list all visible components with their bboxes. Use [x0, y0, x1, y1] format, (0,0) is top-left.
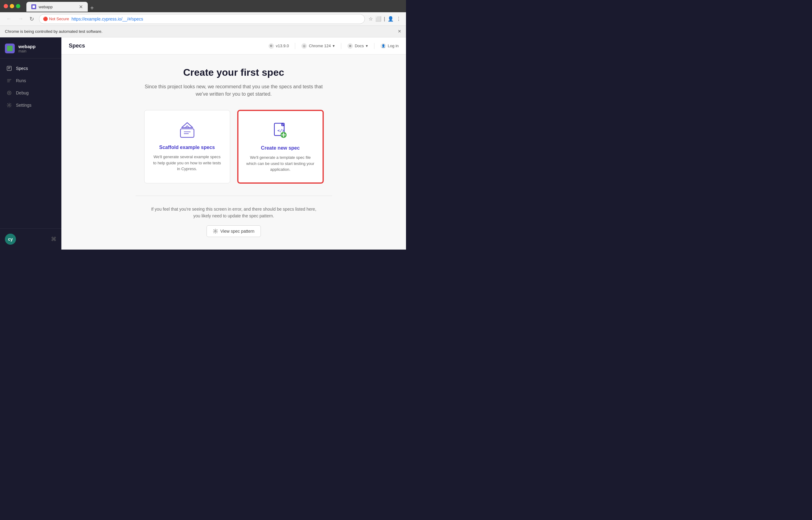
app-icon-inner [7, 46, 13, 51]
docs-chevron-icon: ▾ [366, 44, 368, 48]
error-text: If you feel that you're seeing this scre… [151, 206, 316, 219]
version-icon: ⚙ [269, 43, 274, 49]
sidebar-footer: cy ⌘ [0, 228, 61, 250]
browser-chrome: webapp ✕ + ← → ↻ 🔴 Not Secure https://ex… [0, 0, 406, 37]
version-label: v13.9.0 [276, 44, 289, 48]
svg-rect-2 [8, 68, 10, 69]
back-button[interactable]: ← [5, 15, 13, 23]
page-subheading: Since this project looks new, we recomme… [145, 83, 323, 98]
app-layout: webapp main Specs [0, 37, 406, 250]
maximize-button[interactable] [16, 4, 20, 8]
tab-favicon [31, 4, 36, 9]
new-spec-card-title: Create new spec [261, 145, 299, 151]
app-info: webapp main [18, 44, 35, 53]
svg-rect-1 [8, 67, 10, 68]
app-name: webapp [18, 44, 35, 49]
browser-icon: ◎ [301, 43, 307, 49]
tab-bar: webapp ✕ + [23, 1, 100, 12]
specs-icon [6, 65, 12, 72]
forward-button[interactable]: → [17, 15, 25, 23]
scaffold-card-title: Scaffold example specs [159, 145, 215, 150]
main-content: Specs ⚙ v13.9.0 ◎ Chrome 124 ▾ ⊕ Docs ▾ [61, 37, 406, 250]
sidebar-item-settings[interactable]: Settings [0, 99, 61, 111]
scaffold-card-description: We'll generate several example specs to … [152, 154, 222, 172]
cypress-logo[interactable]: cy [5, 234, 16, 245]
sidebar-header: webapp main [0, 37, 61, 58]
sidebar-runs-label: Runs [16, 78, 26, 83]
login-action[interactable]: 👤 Log in [380, 43, 399, 49]
minimize-button[interactable] [10, 4, 14, 8]
login-label: Log in [388, 44, 399, 48]
address-bar: ← → ↻ 🔴 Not Secure https://example.cypre… [0, 12, 406, 26]
view-spec-pattern-button[interactable]: View spec pattern [206, 225, 261, 237]
traffic-lights [4, 4, 20, 8]
sidebar-settings-label: Settings [16, 103, 32, 108]
svg-rect-9 [180, 129, 194, 137]
divider-3 [374, 43, 374, 49]
sidebar-item-debug[interactable]: Debug [0, 87, 61, 99]
scaffold-card[interactable]: Scaffold example specs We'll generate se… [144, 110, 230, 183]
new-spec-card-description: We'll generate a template spec file whic… [246, 155, 315, 173]
svg-point-18 [215, 231, 216, 232]
content-header: Specs ⚙ v13.9.0 ◎ Chrome 124 ▾ ⊕ Docs ▾ [61, 37, 406, 55]
app-branch: main [18, 49, 35, 53]
not-secure-indicator: 🔴 Not Secure [43, 17, 69, 21]
browser-label: Chrome 124 [309, 44, 331, 48]
sidebar-nav: Specs Runs [0, 58, 61, 228]
scaffold-card-icon [177, 120, 197, 140]
svg-point-6 [7, 91, 11, 95]
url-text: https://example.cypress.io/__/#/specs [72, 17, 143, 22]
lock-icon: 🔴 [43, 17, 48, 21]
bar-icons: ☆ ⬜ | 👤 ⋮ [369, 16, 401, 22]
new-spec-card-icon: </> [271, 121, 290, 140]
page-content: Create your first spec Since this projec… [61, 55, 406, 250]
new-tab-button[interactable]: + [88, 5, 96, 12]
gear-icon [213, 229, 218, 234]
page-title: Specs [69, 43, 85, 49]
divider-icon: | [384, 16, 385, 22]
sidebar-debug-label: Debug [16, 90, 28, 95]
page-heading: Create your first spec [183, 67, 284, 78]
banner-close-button[interactable]: × [398, 28, 401, 35]
docs-action[interactable]: ⊕ Docs ▾ [347, 43, 368, 49]
sidebar-item-specs[interactable]: Specs [0, 62, 61, 75]
profile-icon[interactable]: 👤 [388, 16, 394, 22]
error-section: If you feel that you're seeing this scre… [151, 206, 316, 237]
browser-action[interactable]: ◎ Chrome 124 ▾ [301, 43, 335, 49]
svg-point-7 [8, 92, 10, 94]
browser-tab[interactable]: webapp ✕ [26, 2, 88, 12]
banner-message: Chrome is being controlled by automated … [5, 29, 102, 34]
browser-chevron-icon: ▾ [333, 44, 335, 48]
not-secure-label: Not Secure [49, 17, 69, 21]
docs-icon: ⊕ [347, 43, 353, 49]
content-divider [136, 196, 332, 196]
title-bar: webapp ✕ + [0, 0, 406, 12]
debug-icon [6, 90, 12, 96]
sidebar-item-runs[interactable]: Runs [0, 75, 61, 87]
docs-label: Docs [355, 44, 364, 48]
keyboard-shortcut-icon[interactable]: ⌘ [51, 236, 56, 242]
extension-icon[interactable]: ⬜ [375, 16, 382, 22]
create-new-spec-card[interactable]: </> Create new spec We'll generate a tem… [238, 110, 323, 183]
settings-icon [6, 102, 12, 108]
divider-1 [295, 43, 295, 49]
bookmark-icon[interactable]: ☆ [369, 16, 373, 22]
app-icon [5, 44, 15, 53]
login-icon: 👤 [380, 43, 386, 49]
refresh-button[interactable]: ↻ [28, 15, 35, 24]
divider-2 [341, 43, 341, 49]
tab-close-button[interactable]: ✕ [79, 4, 83, 10]
header-actions: ⚙ v13.9.0 ◎ Chrome 124 ▾ ⊕ Docs ▾ 👤 [269, 43, 399, 49]
runs-icon [6, 78, 12, 84]
view-spec-pattern-label: View spec pattern [220, 229, 254, 234]
sidebar: webapp main Specs [0, 37, 61, 250]
automation-banner: Chrome is being controlled by automated … [0, 26, 406, 37]
cards-row: Scaffold example specs We'll generate se… [144, 110, 323, 183]
menu-icon[interactable]: ⋮ [396, 16, 401, 22]
url-bar[interactable]: 🔴 Not Secure https://example.cypress.io/… [39, 14, 365, 24]
tab-title: webapp [39, 5, 53, 9]
close-button[interactable] [4, 4, 8, 8]
version-action[interactable]: ⚙ v13.9.0 [269, 43, 289, 49]
svg-point-8 [8, 105, 10, 106]
sidebar-specs-label: Specs [16, 66, 28, 71]
